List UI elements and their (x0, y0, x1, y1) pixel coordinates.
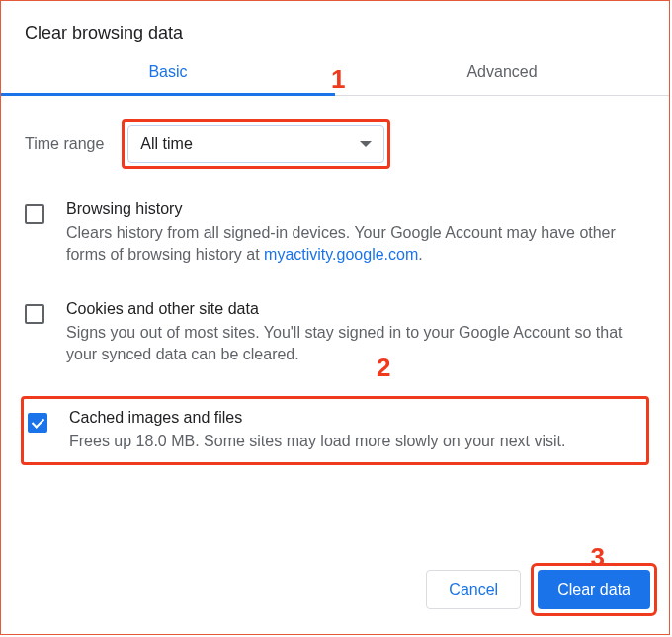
dialog-footer: Cancel Clear data (426, 563, 657, 616)
option-cache-highlight: Cached images and files Frees up 18.0 MB… (21, 396, 649, 465)
option-desc: Signs you out of most sites. You'll stay… (66, 322, 645, 366)
annotation-1: 1 (331, 64, 345, 95)
annotation-2: 2 (377, 353, 390, 383)
myactivity-link[interactable]: myactivity.google.com (264, 246, 418, 263)
option-text: Browsing history Clears history from all… (66, 200, 645, 267)
dialog-title: Clear browsing data (1, 1, 669, 63)
option-cookies: Cookies and other site data Signs you ou… (25, 296, 645, 370)
option-text: Cookies and other site data Signs you ou… (66, 300, 645, 366)
checkbox-cookies[interactable] (25, 304, 44, 324)
time-range-highlight: All time (122, 119, 390, 169)
option-title: Cookies and other site data (66, 300, 645, 318)
annotation-3: 3 (591, 542, 605, 573)
option-desc: Clears history from all signed-in device… (66, 222, 645, 267)
option-browsing-history: Browsing history Clears history from all… (25, 197, 645, 271)
checkbox-cache[interactable] (28, 413, 47, 433)
clear-data-button[interactable]: Clear data (538, 570, 650, 609)
checkbox-browsing-history[interactable] (25, 204, 44, 224)
option-text: Cached images and files Frees up 18.0 MB… (69, 409, 638, 452)
cancel-button[interactable]: Cancel (426, 570, 521, 609)
time-range-label: Time range (25, 135, 104, 153)
time-range-select[interactable]: All time (127, 125, 384, 163)
option-title: Cached images and files (69, 409, 638, 427)
dialog-content: Time range All time Browsing history Cle… (1, 96, 669, 515)
option-title: Browsing history (66, 200, 645, 218)
clear-browsing-data-dialog: Clear browsing data Basic Advanced Time … (0, 0, 670, 635)
tab-basic[interactable]: Basic (1, 63, 335, 95)
time-range-row: Time range All time (25, 119, 645, 169)
option-desc: Frees up 18.0 MB. Some sites may load mo… (69, 431, 638, 452)
time-range-value: All time (140, 135, 192, 153)
tab-advanced[interactable]: Advanced (335, 63, 669, 95)
chevron-down-icon (360, 141, 372, 147)
